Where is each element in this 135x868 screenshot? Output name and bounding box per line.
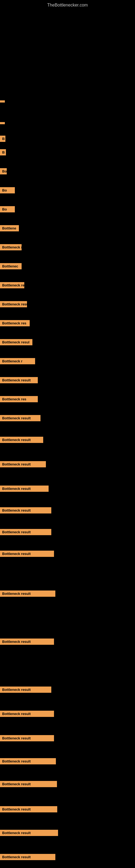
list-item: Bottleneck result [0,639,54,645]
list-item: Bottleneck result [0,590,55,597]
list-item: Bottleneck res [0,396,38,402]
bottleneck-result-label: Bottleneck result [0,639,54,645]
bottleneck-result-label: Bottleneck result [0,854,55,860]
bottleneck-result-label: Bottleneck r [0,244,21,250]
bottleneck-result-label [0,100,5,102]
bottleneck-result-label: Bottleneck result [0,781,57,787]
list-item: Bottlenec [0,263,21,269]
bottleneck-result-label: Bottleneck res [0,396,38,402]
bottleneck-result-label: Bottleneck result [0,377,38,383]
list-item: Bottleneck result [0,437,43,443]
bottleneck-result-label: Bottleneck resul [0,339,32,345]
list-item: Bottleneck result [0,781,57,787]
bottleneck-result-label: Bottleneck result [0,301,27,307]
list-item: Bottleneck result [0,830,58,836]
list-item: Bottleneck result [0,758,56,764]
list-item: Bottleneck result [0,711,54,717]
site-title: TheBottlenecker.com [0,0,135,9]
list-item: Bottleneck result [0,377,38,383]
list-item: Bottleneck result [0,507,51,514]
bottleneck-result-label: Bottleneck result [0,806,57,812]
list-item: Bo [0,206,15,212]
list-item: Bottleneck res [0,320,30,326]
list-item: Bo [0,168,7,175]
list-item: Bottleneck result [0,854,55,860]
bottleneck-result-label: Bottlenec [0,263,21,269]
bottleneck-result-label: Bottleneck result [0,758,56,764]
list-item: Bottleneck result [0,686,51,693]
bottleneck-result-label: Bo [0,168,7,175]
bottleneck-result-label: Bottleneck result [0,507,51,514]
list-item [0,100,5,102]
bottleneck-result-label: Bottleneck result [0,735,54,741]
list-item: Bottleneck result [0,415,41,421]
bottleneck-result-label: Bottleneck res [0,320,30,326]
bottleneck-result-label [0,122,5,124]
bottleneck-result-label: Bottleneck result [0,415,41,421]
bottleneck-result-label: B [0,135,5,142]
bottleneck-result-label: Bottleneck res [0,282,24,288]
bottleneck-result-label: Bo [0,206,15,212]
list-item: Bottleneck r [0,244,21,250]
list-item: B [0,135,5,142]
bottleneck-result-label: Bottleneck result [0,551,54,557]
bottleneck-result-label: Bottleneck result [0,711,54,717]
bottleneck-result-label: Bottleneck result [0,590,55,597]
bottleneck-result-label: Bottleneck result [0,529,51,535]
list-item: Bottleneck result [0,529,51,535]
bottleneck-result-label: Bo [0,187,15,193]
bottleneck-result-label: Bottleneck result [0,486,49,492]
list-item: Bottleneck result [0,486,49,492]
list-item: Bo [0,187,15,193]
bottleneck-result-label: Bottleneck result [0,437,43,443]
list-item: Bottleneck result [0,461,46,467]
list-item: Bottleneck resul [0,339,32,345]
bottleneck-result-label: Bottleneck result [0,461,46,467]
bottleneck-result-label: Bottleneck r [0,358,35,364]
list-item: Bottleneck result [0,301,27,307]
list-item: B [0,149,6,155]
list-item [0,122,5,124]
list-item: Bottlene [0,225,19,231]
bottleneck-result-label: Bottleneck result [0,686,51,693]
bottleneck-result-label: Bottleneck result [0,830,58,836]
list-item: Bottleneck res [0,282,24,288]
bottleneck-result-label: Bottlene [0,225,19,231]
list-item: Bottleneck r [0,358,35,364]
bottleneck-result-label: B [0,149,6,155]
list-item: Bottleneck result [0,551,54,557]
list-item: Bottleneck result [0,806,57,812]
list-item: Bottleneck result [0,735,54,741]
